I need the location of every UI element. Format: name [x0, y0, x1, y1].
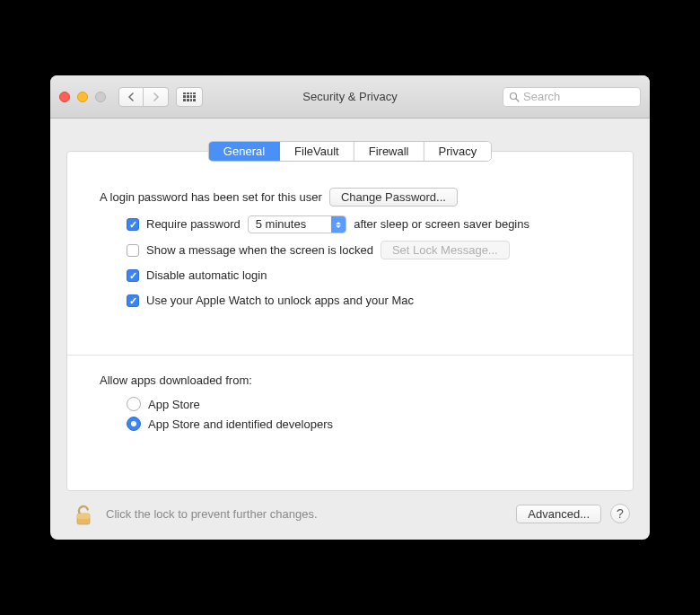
svg-rect-3 [77, 514, 90, 519]
set-lock-message-button: Set Lock Message... [381, 241, 510, 259]
tab-filevault[interactable]: FileVault [280, 142, 354, 161]
preferences-window: Security & Privacy General FileVault Fir… [50, 75, 650, 540]
radio-app-store-label: App Store [148, 398, 200, 411]
login-password-text: A login password has been set for this u… [100, 189, 322, 206]
apple-watch-label: Use your Apple Watch to unlock apps and … [146, 292, 414, 310]
nav-controls [118, 87, 203, 107]
close-icon[interactable] [59, 92, 70, 102]
help-button[interactable]: ? [610, 504, 630, 523]
divider [67, 355, 633, 356]
grid-icon [183, 92, 196, 101]
show-message-checkbox[interactable] [127, 244, 139, 257]
search-input[interactable] [523, 90, 634, 103]
select-arrows-icon [331, 216, 346, 233]
maximize-icon [95, 92, 106, 102]
lock-icon[interactable] [70, 500, 97, 527]
back-button[interactable] [118, 87, 144, 107]
titlebar: Security & Privacy [50, 75, 650, 119]
require-password-checkbox[interactable] [127, 218, 139, 231]
svg-point-0 [511, 92, 517, 99]
minimize-icon[interactable] [77, 92, 88, 102]
disable-auto-login-checkbox[interactable] [127, 269, 139, 282]
tab-privacy[interactable]: Privacy [424, 142, 492, 161]
allow-apps-label: Allow apps downloaded from: [100, 372, 252, 390]
require-password-suffix: after sleep or screen saver begins [354, 215, 529, 233]
radio-identified-developers[interactable] [127, 417, 141, 431]
change-password-button[interactable]: Change Password... [329, 188, 458, 206]
require-password-delay-value: 5 minutes [249, 215, 331, 233]
show-all-button[interactable] [176, 87, 203, 107]
search-field[interactable] [503, 87, 641, 107]
tabs: General FileVault Firewall Privacy [208, 141, 492, 162]
disable-auto-login-label: Disable automatic login [146, 267, 267, 285]
svg-line-1 [516, 99, 519, 101]
tab-general[interactable]: General [209, 142, 280, 161]
tab-firewall[interactable]: Firewall [354, 142, 424, 161]
radio-identified-developers-label: App Store and identified developers [148, 417, 333, 431]
general-panel: General FileVault Firewall Privacy A log… [66, 151, 634, 491]
apple-watch-checkbox[interactable] [127, 294, 139, 307]
lock-text: Click the lock to prevent further change… [106, 507, 507, 521]
require-password-delay-select[interactable]: 5 minutes [248, 215, 346, 233]
footer: Click the lock to prevent further change… [66, 491, 634, 527]
search-icon [509, 92, 520, 102]
advanced-button[interactable]: Advanced... [516, 505, 601, 523]
radio-app-store[interactable] [127, 397, 141, 411]
forward-button[interactable] [144, 87, 169, 107]
show-message-label: Show a message when the screen is locked [146, 242, 373, 259]
require-password-label: Require password [146, 215, 241, 233]
traffic-lights [59, 92, 106, 102]
